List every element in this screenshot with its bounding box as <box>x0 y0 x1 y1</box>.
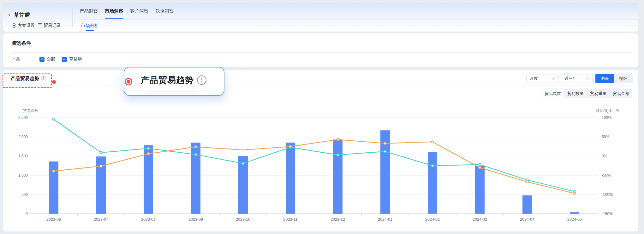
metric-tab-贸易次数[interactable]: 贸易次数 <box>541 89 564 98</box>
x-axis-label: 2023-12 <box>331 217 345 222</box>
left-axis-tick: 2,500 <box>18 115 28 120</box>
header-action-label: 贸易记录 <box>44 23 61 28</box>
metric-tab-贸易金额[interactable]: 贸易金额 <box>610 89 632 98</box>
checkbox-label: 草甘膦 <box>69 56 82 62</box>
checkbox-全部[interactable]: ✓全部 <box>39 56 55 62</box>
metric-tabs: 贸易次数贸易数量贸易重量贸易金额 <box>541 89 632 98</box>
x-axis-label: 2023-08 <box>141 217 156 222</box>
header-card: ‹ 草甘膦 方案设置贸易记录 产品洞察市场洞察客户洞察竞企洞察 市场分析 <box>3 3 638 32</box>
line-teal-point[interactable] <box>147 147 149 149</box>
callout-title: 产品贸易趋势 <box>141 74 194 86</box>
period-select-value: 月度 <box>530 76 538 81</box>
header-action-label: 方案设置 <box>18 23 35 28</box>
target-icon <box>12 23 16 28</box>
header-action-方案设置[interactable]: 方案设置 <box>12 23 35 28</box>
document-icon <box>38 23 42 28</box>
line-teal-point[interactable] <box>242 162 244 165</box>
line-orange-point[interactable] <box>242 149 244 151</box>
period-select[interactable]: 月度 <box>526 74 558 83</box>
filter-section-title: 筛选条件 <box>12 40 31 46</box>
x-axis-label: 2023-07 <box>94 217 108 222</box>
filter-divider <box>12 52 633 53</box>
checkbox-check-icon: ✓ <box>62 57 67 62</box>
line-teal-point[interactable] <box>384 150 386 153</box>
annotation-dot <box>52 80 56 84</box>
annotation-callout: 产品贸易趋势 ! <box>124 67 224 96</box>
line-orange-point[interactable] <box>194 146 197 148</box>
tab-竞企洞察[interactable]: 竞企洞察 <box>155 8 174 19</box>
filter-options: ✓全部✓草甘膦 <box>39 56 89 62</box>
bar-2023-08[interactable] <box>144 145 153 214</box>
line-orange[interactable] <box>54 140 575 194</box>
tab-市场洞察[interactable]: 市场洞察 <box>105 8 123 19</box>
line-orange-point[interactable] <box>431 141 433 143</box>
chart-card: 产品贸易趋势 ! 月度 近一年 图表明细 贸易次数贸易数量贸易重量贸易金额 贸易… <box>3 70 638 231</box>
left-axis-tick: 2,000 <box>18 135 28 139</box>
x-axis-label: 2023-06 <box>46 217 61 222</box>
callout-mini-divider <box>149 91 197 92</box>
bar-2023-12[interactable] <box>333 140 343 214</box>
line-orange-point[interactable] <box>289 145 291 148</box>
trend-chart[interactable]: 贸易次数环比/同比：%0-150%500-100%1,000-50%1,5000… <box>3 104 638 229</box>
line-orange-point[interactable] <box>100 165 102 167</box>
x-axis-label: 2023-10 <box>236 217 250 222</box>
line-orange-point[interactable] <box>147 153 149 155</box>
sub-tab-underline <box>86 30 94 31</box>
line-orange-point[interactable] <box>573 192 575 195</box>
metric-tab-贸易重量[interactable]: 贸易重量 <box>587 89 610 98</box>
bar-2024-04[interactable] <box>522 195 532 214</box>
header-action-贸易记录[interactable]: 贸易记录 <box>38 23 61 28</box>
filter-row: 产品 ✓全部✓草甘膦 <box>12 56 89 62</box>
left-axis-tick: 0 <box>26 212 28 216</box>
back-icon[interactable]: ‹ <box>8 11 10 18</box>
left-axis-tick: 1,000 <box>18 173 28 178</box>
bar-2023-06[interactable] <box>49 161 58 214</box>
left-axis-tick: 1,500 <box>18 154 28 158</box>
x-axis-label: 2023-11 <box>283 217 298 222</box>
line-orange-point[interactable] <box>337 138 339 141</box>
line-orange-point[interactable] <box>384 142 386 144</box>
line-teal-point[interactable] <box>194 154 197 156</box>
tab-divider <box>80 19 636 20</box>
checkbox-草甘膦[interactable]: ✓草甘膦 <box>62 56 82 62</box>
range-select-value: 近一年 <box>564 76 577 81</box>
view-button-明细[interactable]: 明细 <box>614 74 633 83</box>
callout-info-icon: ! <box>197 75 206 85</box>
annotation-connector-line <box>54 82 126 82</box>
bar-2024-05[interactable] <box>570 212 579 214</box>
right-axis-tick: 50% <box>602 135 609 139</box>
tab-产品洞察[interactable]: 产品洞察 <box>80 8 98 19</box>
line-teal-point[interactable] <box>52 118 55 120</box>
x-axis-label: 2024-02 <box>425 217 440 222</box>
right-axis-tick: 0% <box>602 154 607 158</box>
chevron-down-icon <box>552 76 555 79</box>
checkbox-label: 全部 <box>47 56 55 62</box>
bar-2024-02[interactable] <box>428 152 437 214</box>
view-button-图表[interactable]: 图表 <box>595 74 614 83</box>
tab-客户洞察[interactable]: 客户洞察 <box>130 8 148 19</box>
annotation-target-icon <box>126 79 131 85</box>
line-teal-point[interactable] <box>479 163 481 166</box>
line-orange-point[interactable] <box>52 170 55 172</box>
line-orange-point[interactable] <box>479 167 481 169</box>
range-select[interactable]: 近一年 <box>561 74 593 83</box>
x-axis-label: 2024-05 <box>567 217 582 222</box>
metric-tab-贸易数量[interactable]: 贸易数量 <box>564 89 587 98</box>
right-axis-tick: -100% <box>602 192 613 197</box>
line-orange-point[interactable] <box>526 181 528 183</box>
line-teal[interactable] <box>54 119 575 191</box>
left-axis-title: 贸易次数 <box>23 108 38 113</box>
tab-market-analysis[interactable]: 市场分析 <box>81 23 99 29</box>
bar-2024-03[interactable] <box>475 166 485 214</box>
top-tabs: 产品洞察市场洞察客户洞察竞企洞察 <box>80 8 174 19</box>
right-axis-tick: 100% <box>602 115 611 120</box>
x-axis-label: 2024-04 <box>520 217 534 222</box>
line-teal-point[interactable] <box>431 165 433 167</box>
line-teal-point[interactable] <box>100 151 102 154</box>
line-teal-point[interactable] <box>337 154 339 156</box>
x-axis-label: 2023-09 <box>188 217 203 222</box>
x-axis-label: 2024-01 <box>378 217 392 222</box>
bar-2023-11[interactable] <box>286 143 295 214</box>
filter-field-label: 产品 <box>12 56 39 62</box>
page-title: 草甘膦 <box>14 11 30 19</box>
